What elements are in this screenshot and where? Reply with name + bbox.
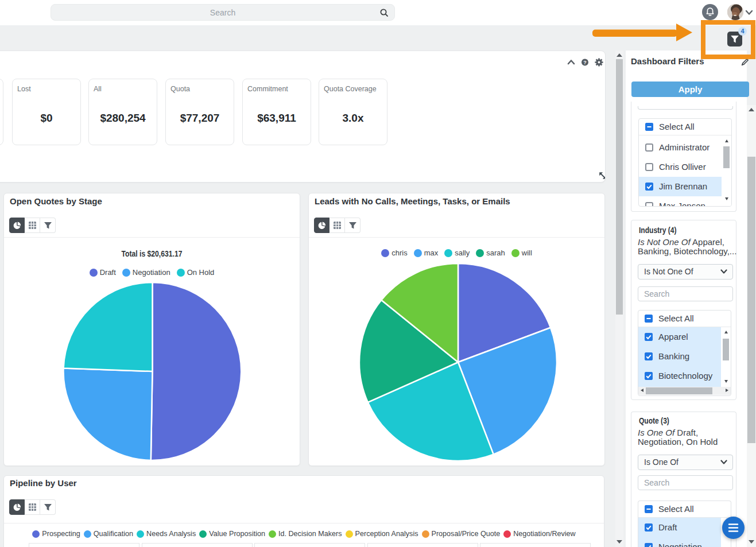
svg-text:?: ? [583, 60, 587, 65]
